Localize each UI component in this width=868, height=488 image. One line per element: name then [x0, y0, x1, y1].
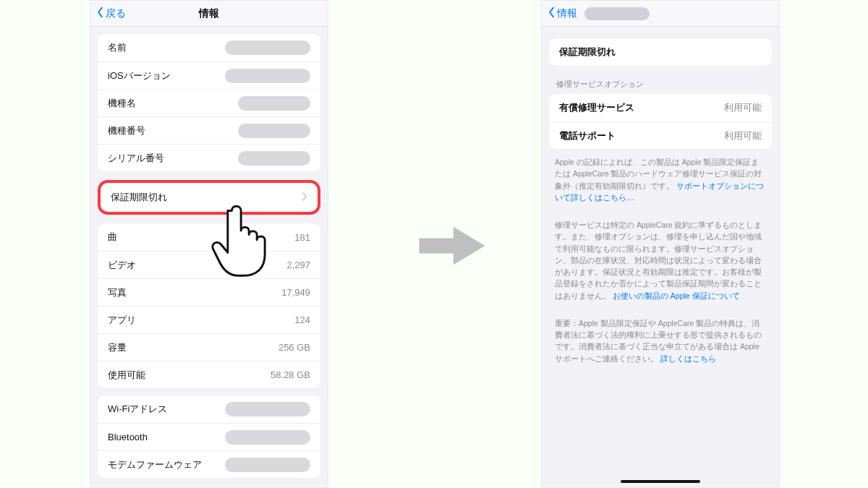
- row-modem-label: モデムファームウェア: [108, 458, 202, 471]
- coverage-screen: 情報 保証期限切れ 修理サービスオプション 有償修理サービス 利用可能 電話サポ…: [541, 0, 780, 488]
- footnote-2-text: 修理サービスは特定の AppleCare 規約に準ずるものとします。また、修理オ…: [555, 221, 762, 300]
- row-capacity-value: 256 GB: [278, 342, 310, 353]
- row-songs-label: 曲: [108, 231, 117, 244]
- row-songs: 曲 181: [98, 223, 320, 251]
- row-available-value: 58.28 GB: [271, 369, 310, 380]
- paid-repair-label: 有償修理サービス: [559, 101, 634, 114]
- row-name-label: 名前: [108, 41, 127, 54]
- row-model-number[interactable]: 機種番号: [98, 116, 320, 144]
- redacted-value: [225, 458, 310, 472]
- back-button[interactable]: 情報: [548, 7, 577, 20]
- row-paid-repair[interactable]: 有償修理サービス 利用可能: [549, 94, 772, 121]
- right-scroll[interactable]: 保証期限切れ 修理サービスオプション 有償修理サービス 利用可能 電話サポート …: [542, 27, 779, 487]
- row-videos-label: ビデオ: [108, 259, 136, 272]
- row-model-name-label: 機種名: [108, 97, 136, 110]
- coverage-highlight: 保証期限切れ: [98, 180, 320, 215]
- row-videos: ビデオ 2,297: [98, 251, 320, 278]
- row-songs-value: 181: [294, 232, 310, 243]
- row-wifi: Wi-Fiアドレス: [98, 395, 320, 423]
- redacted-title: [584, 7, 650, 20]
- row-capacity: 容量 256 GB: [98, 333, 320, 361]
- about-screen: 戻る 情報 名前 iOSバージョン 機種名 機種番号: [90, 0, 328, 488]
- row-name[interactable]: 名前: [98, 34, 320, 61]
- row-available: 使用可能 58.28 GB: [98, 361, 320, 388]
- redacted-value: [225, 402, 310, 416]
- phone-support-value: 利用可能: [724, 129, 762, 142]
- apple-warranty-link[interactable]: お使いの製品の Apple 保証について: [613, 291, 740, 300]
- back-label: 戻る: [106, 7, 126, 20]
- back-button[interactable]: 戻る: [96, 7, 126, 20]
- navbar-right: 情報: [542, 1, 779, 27]
- coverage-status: 保証期限切れ: [559, 46, 616, 59]
- row-photos-label: 写真: [108, 286, 127, 299]
- row-model-number-label: 機種番号: [108, 124, 145, 137]
- row-model-name[interactable]: 機種名: [98, 89, 320, 116]
- row-serial[interactable]: シリアル番号: [98, 144, 320, 171]
- footnote-1: Apple の記録によれば、この製品は Apple 製品限定保証または Appl…: [555, 156, 766, 203]
- footnote-3-text: 重要：Apple 製品限定保証や AppleCare 製品の特典は、消費者法に基…: [555, 319, 762, 363]
- home-indicator[interactable]: [621, 480, 700, 483]
- row-coverage-status[interactable]: 保証期限切れ: [549, 38, 772, 66]
- coverage-label: 保証期限切れ: [111, 191, 167, 204]
- coverage-status-group: 保証期限切れ: [549, 38, 772, 66]
- chevron-right-icon: [302, 192, 307, 204]
- arrow-right-icon: [412, 217, 492, 275]
- row-capacity-label: 容量: [108, 341, 127, 354]
- footnote-3: 重要：Apple 製品限定保証や AppleCare 製品の特典は、消費者法に基…: [555, 317, 766, 364]
- navbar-left: 戻る 情報: [90, 1, 328, 27]
- row-coverage[interactable]: 保証期限切れ: [101, 183, 318, 212]
- redacted-value: [238, 151, 310, 166]
- row-modem-firmware: モデムファームウェア: [98, 450, 320, 478]
- row-serial-label: シリアル番号: [108, 152, 164, 165]
- learn-more-link[interactable]: 詳しくはこちら: [660, 354, 716, 363]
- row-bt-label: Bluetooth: [108, 432, 148, 442]
- page-title: 情報: [90, 7, 328, 20]
- service-options-header: 修理サービスオプション: [556, 79, 765, 90]
- row-photos: 写真 17,949: [98, 278, 320, 306]
- redacted-value: [225, 40, 310, 55]
- chevron-left-icon: [96, 7, 104, 20]
- paid-repair-value: 利用可能: [724, 101, 762, 114]
- row-ios-version[interactable]: iOSバージョン: [98, 61, 320, 89]
- back-label: 情報: [557, 7, 577, 20]
- chevron-left-icon: [548, 7, 556, 20]
- redacted-value: [225, 69, 310, 83]
- redacted-value: [238, 96, 310, 111]
- redacted-value: [225, 430, 310, 445]
- row-apps-label: アプリ: [108, 314, 136, 327]
- row-apps-value: 124: [294, 314, 310, 325]
- left-scroll[interactable]: 名前 iOSバージョン 機種名 機種番号 シリアル番号: [90, 27, 328, 487]
- row-available-label: 使用可能: [108, 369, 145, 382]
- row-photos-value: 17,949: [281, 287, 310, 298]
- footnote-2: 修理サービスは特定の AppleCare 規約に準ずるものとします。また、修理オ…: [555, 219, 766, 301]
- stats-group: 曲 181 ビデオ 2,297 写真 17,949 アプリ 124 容量 2: [98, 223, 320, 388]
- redacted-value: [238, 124, 310, 138]
- row-wifi-label: Wi-Fiアドレス: [108, 403, 167, 416]
- row-ios-label: iOSバージョン: [108, 69, 171, 82]
- row-apps: アプリ 124: [98, 306, 320, 333]
- network-group: Wi-Fiアドレス Bluetooth モデムファームウェア: [98, 395, 320, 478]
- service-options-group: 有償修理サービス 利用可能 電話サポート 利用可能: [549, 94, 772, 149]
- phone-support-label: 電話サポート: [559, 129, 616, 142]
- row-bluetooth: Bluetooth: [98, 423, 320, 450]
- row-phone-support[interactable]: 電話サポート 利用可能: [549, 121, 772, 149]
- row-videos-value: 2,297: [286, 260, 310, 270]
- device-info-group: 名前 iOSバージョン 機種名 機種番号 シリアル番号: [98, 34, 320, 171]
